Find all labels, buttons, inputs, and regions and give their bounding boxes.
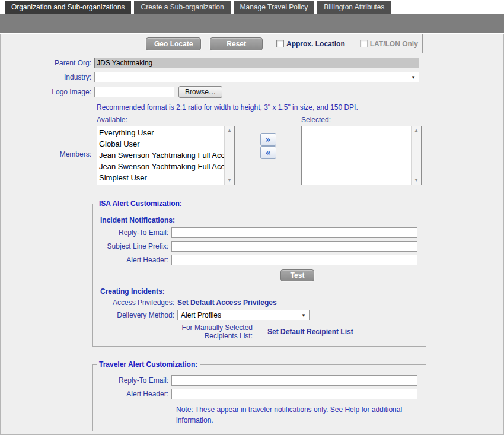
available-list-items: Everything UserGlobal UserJean Swenson Y… [97, 126, 224, 185]
header-band [0, 14, 504, 33]
latlon-only-label: LAT/LON Only [370, 40, 418, 48]
selected-scrollbar[interactable]: ▲ ▼ [411, 126, 421, 185]
tab-bar: Organization and Sub-organizations Creat… [0, 0, 504, 14]
available-scrollbar[interactable]: ▲ ▼ [224, 126, 234, 185]
logo-image-label: Logo Image: [1, 88, 94, 96]
delivery-method-label: Delievery Method: [93, 311, 177, 319]
traveler-alert-header-row: Alert Header: [93, 389, 426, 399]
traveler-reply-to-row: Reply-To Email: [93, 375, 426, 386]
traveler-note: Note: These appear in traveler notificat… [176, 405, 402, 424]
selected-column: Selected: ▲ ▼ [301, 116, 422, 185]
access-privileges-label: Access Priviledges: [93, 299, 177, 307]
traveler-reply-to-label: Reply-To Email: [93, 376, 171, 385]
selected-list-items [302, 126, 411, 185]
list-item[interactable]: Jean Swenson Yachtmaking Full Acc [99, 161, 224, 172]
latlon-only-checkbox[interactable] [360, 40, 368, 47]
tab-organization-and-sub-organizations[interactable]: Organization and Sub-organizations [5, 1, 131, 14]
list-item[interactable]: Global User [99, 138, 224, 150]
delivery-method-row: Delievery Method: Alert Profiles ▼ [93, 310, 426, 320]
geo-location-panel: Geo Locate Reset Approx. Location LAT/LO… [97, 34, 423, 53]
isa-alert-header-label: Alert Header: [93, 256, 171, 264]
isa-reply-to-label: Reply-To Email: [93, 228, 171, 237]
isa-alert-customization-fieldset: ISA Alert Customization: Incident Notifi… [92, 199, 426, 347]
isa-alert-header-field[interactable] [171, 255, 417, 265]
scroll-down-icon[interactable]: ▼ [414, 178, 419, 183]
parent-org-row: Parent Org: [1, 58, 503, 68]
list-item[interactable]: Simplest User [99, 172, 224, 183]
manual-recipients-row: For Manually Selected Recipients List: S… [93, 323, 426, 340]
traveler-alert-legend: Traveler Alert Customization: [97, 360, 200, 369]
delivery-method-value: Alert Profiles [181, 311, 221, 319]
reset-button[interactable]: Reset [210, 37, 263, 50]
creating-incidents-header: Creating Incidents: [100, 287, 426, 296]
logo-image-row: Logo Image: Browse… [1, 86, 503, 98]
industry-select[interactable]: ▼ [94, 72, 419, 82]
move-right-button[interactable]: » [260, 133, 276, 146]
form-panel: Geo Locate Reset Approx. Location LAT/LO… [0, 34, 504, 435]
list-item[interactable]: Jean Swenson Yachtmaking Full Acc [99, 150, 224, 161]
tab-create-a-sub-organization[interactable]: Create a Sub-organization [134, 1, 230, 14]
traveler-alert-header-label: Alert Header: [93, 390, 171, 398]
chevron-down-icon: ▼ [301, 313, 306, 318]
tab-manage-travel-policy[interactable]: Manage Travel Policy [234, 1, 315, 14]
subject-line-prefix-field[interactable] [171, 241, 417, 252]
available-listbox[interactable]: Everything UserGlobal UserJean Swenson Y… [97, 126, 235, 185]
isa-reply-to-field[interactable] [171, 227, 417, 238]
subject-line-prefix-row: Subject Line Prefix: [93, 241, 426, 252]
tab-billington-attributes[interactable]: Billington Attributes [317, 1, 391, 14]
test-button[interactable]: Test [280, 269, 315, 281]
selected-listbox[interactable]: ▲ ▼ [301, 126, 422, 185]
traveler-alert-header-field[interactable] [171, 389, 417, 399]
industry-row: Industry: ▼ [1, 72, 503, 82]
scroll-down-icon[interactable]: ▼ [227, 178, 232, 183]
traveler-reply-to-field[interactable] [171, 375, 417, 386]
isa-reply-to-row: Reply-To Email: [93, 227, 426, 238]
scroll-up-icon[interactable]: ▲ [227, 128, 232, 133]
members-label: Members: [1, 150, 94, 158]
available-column: Available: Everything UserGlobal UserJea… [97, 116, 235, 185]
members-section: Members: Available: Everything UserGloba… [1, 116, 503, 185]
subject-line-prefix-label: Subject Line Prefix: [93, 242, 171, 250]
geo-locate-button[interactable]: Geo Locate [146, 37, 201, 50]
logo-hint-row: Recommended format is 2:1 ratio for widt… [97, 101, 503, 112]
browse-button[interactable]: Browse… [178, 86, 222, 98]
approx-location-checkbox[interactable] [276, 40, 284, 47]
isa-alert-legend: ISA Alert Customization: [97, 199, 184, 208]
isa-alert-header-row: Alert Header: [93, 255, 426, 265]
incident-notifications-header: Incident Notifications: [100, 216, 426, 224]
manual-recipients-label: For Manually Selected Recipients List: [177, 323, 256, 340]
industry-label: Industry: [1, 73, 94, 81]
logo-format-hint: Recommended format is 2:1 ratio for widt… [97, 103, 358, 112]
set-default-access-privileges-link[interactable]: Set Default Access Privileges [177, 299, 277, 307]
access-privileges-row: Access Priviledges: Set Default Access P… [93, 299, 426, 307]
page: Organization and Sub-organizations Creat… [0, 0, 504, 435]
available-label: Available: [97, 116, 235, 124]
delivery-method-select[interactable]: Alert Profiles ▼ [177, 310, 310, 320]
parent-org-label: Parent Org: [1, 59, 94, 67]
scroll-up-icon[interactable]: ▲ [414, 128, 419, 133]
approx-location-label: Approx. Location [286, 40, 345, 48]
tab-header: Organization and Sub-organizations Creat… [0, 0, 504, 34]
parent-org-field [94, 58, 419, 68]
traveler-alert-customization-fieldset: Traveler Alert Customization: Reply-To E… [92, 360, 426, 431]
set-default-recipient-list-link[interactable]: Set Default Recipient List [267, 328, 353, 336]
transfer-buttons: » « [235, 116, 301, 185]
move-left-button[interactable]: « [260, 146, 276, 159]
selected-label: Selected: [301, 116, 422, 124]
list-item[interactable]: Everything User [99, 127, 224, 138]
logo-image-field[interactable] [94, 87, 174, 97]
chevron-down-icon: ▼ [411, 75, 416, 80]
